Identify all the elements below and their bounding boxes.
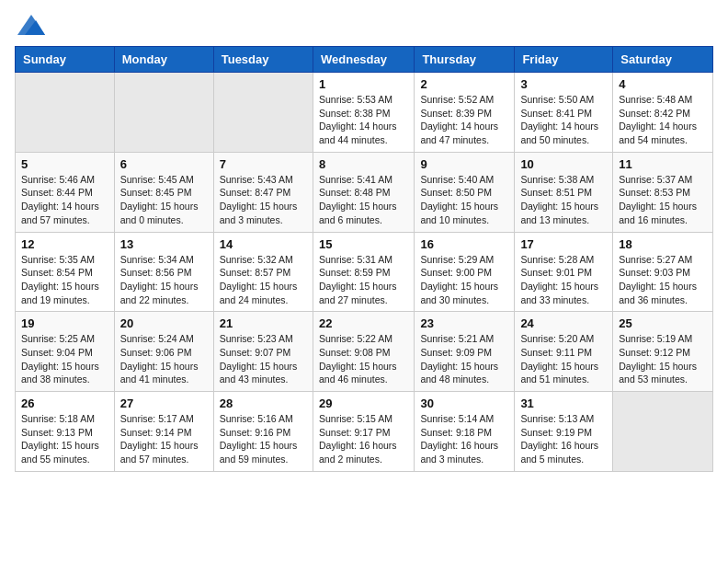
calendar-cell — [613, 392, 713, 472]
day-number: 11 — [619, 157, 707, 171]
day-number: 20 — [120, 316, 208, 330]
day-info: Sunrise: 5:24 AM Sunset: 9:06 PM Dayligh… — [120, 332, 208, 386]
day-number: 19 — [21, 316, 108, 330]
day-number: 31 — [520, 396, 607, 410]
calendar-cell: 7Sunrise: 5:43 AM Sunset: 8:47 PM Daylig… — [213, 152, 313, 232]
header — [15, 15, 713, 35]
day-number: 1 — [319, 77, 408, 91]
calendar-week-row: 19Sunrise: 5:25 AM Sunset: 9:04 PM Dayli… — [16, 312, 713, 392]
day-number: 10 — [520, 157, 607, 171]
day-number: 24 — [520, 316, 607, 330]
day-number: 28 — [220, 396, 307, 410]
calendar-cell: 3Sunrise: 5:50 AM Sunset: 8:41 PM Daylig… — [515, 73, 613, 153]
day-info: Sunrise: 5:40 AM Sunset: 8:50 PM Dayligh… — [420, 173, 508, 227]
calendar-cell: 28Sunrise: 5:16 AM Sunset: 9:16 PM Dayli… — [213, 392, 313, 472]
day-info: Sunrise: 5:43 AM Sunset: 8:47 PM Dayligh… — [220, 173, 307, 227]
day-number: 2 — [420, 77, 508, 91]
calendar-cell — [213, 73, 313, 153]
calendar-cell: 2Sunrise: 5:52 AM Sunset: 8:39 PM Daylig… — [415, 73, 515, 153]
calendar-cell: 31Sunrise: 5:13 AM Sunset: 9:19 PM Dayli… — [515, 392, 613, 472]
calendar-header-friday: Friday — [515, 47, 613, 73]
calendar-week-row: 26Sunrise: 5:18 AM Sunset: 9:13 PM Dayli… — [16, 392, 713, 472]
day-number: 26 — [21, 396, 108, 410]
calendar-cell: 25Sunrise: 5:19 AM Sunset: 9:12 PM Dayli… — [613, 312, 713, 392]
day-number: 4 — [619, 77, 707, 91]
day-info: Sunrise: 5:50 AM Sunset: 8:41 PM Dayligh… — [520, 93, 607, 147]
day-number: 22 — [319, 316, 408, 330]
calendar-cell — [114, 73, 213, 153]
calendar-cell: 29Sunrise: 5:15 AM Sunset: 9:17 PM Dayli… — [313, 392, 414, 472]
day-number: 7 — [220, 157, 307, 171]
calendar-table: SundayMondayTuesdayWednesdayThursdayFrid… — [15, 46, 713, 472]
day-info: Sunrise: 5:20 AM Sunset: 9:11 PM Dayligh… — [520, 332, 607, 386]
calendar-cell: 13Sunrise: 5:34 AM Sunset: 8:56 PM Dayli… — [114, 232, 213, 312]
calendar-cell: 5Sunrise: 5:46 AM Sunset: 8:44 PM Daylig… — [16, 152, 115, 232]
calendar-cell — [16, 73, 115, 153]
day-info: Sunrise: 5:13 AM Sunset: 9:19 PM Dayligh… — [520, 412, 607, 466]
calendar-week-row: 1Sunrise: 5:53 AM Sunset: 8:38 PM Daylig… — [16, 73, 713, 153]
calendar-cell: 11Sunrise: 5:37 AM Sunset: 8:53 PM Dayli… — [613, 152, 713, 232]
calendar-header-thursday: Thursday — [415, 47, 515, 73]
calendar-cell: 23Sunrise: 5:21 AM Sunset: 9:09 PM Dayli… — [415, 312, 515, 392]
calendar-cell: 8Sunrise: 5:41 AM Sunset: 8:48 PM Daylig… — [313, 152, 414, 232]
calendar-header-monday: Monday — [114, 47, 213, 73]
calendar-cell: 22Sunrise: 5:22 AM Sunset: 9:08 PM Dayli… — [313, 312, 414, 392]
day-number: 23 — [420, 316, 508, 330]
day-number: 3 — [520, 77, 607, 91]
day-info: Sunrise: 5:18 AM Sunset: 9:13 PM Dayligh… — [21, 412, 108, 466]
calendar-cell: 24Sunrise: 5:20 AM Sunset: 9:11 PM Dayli… — [515, 312, 613, 392]
day-number: 29 — [319, 396, 408, 410]
day-number: 5 — [21, 157, 108, 171]
day-info: Sunrise: 5:32 AM Sunset: 8:57 PM Dayligh… — [220, 253, 307, 307]
logo-icon — [17, 15, 45, 35]
day-info: Sunrise: 5:34 AM Sunset: 8:56 PM Dayligh… — [120, 253, 208, 307]
calendar-cell: 16Sunrise: 5:29 AM Sunset: 9:00 PM Dayli… — [415, 232, 515, 312]
day-info: Sunrise: 5:27 AM Sunset: 9:03 PM Dayligh… — [619, 253, 707, 307]
calendar-header-tuesday: Tuesday — [213, 47, 313, 73]
day-number: 13 — [120, 237, 208, 251]
day-number: 12 — [21, 237, 108, 251]
day-info: Sunrise: 5:31 AM Sunset: 8:59 PM Dayligh… — [319, 253, 408, 307]
day-number: 16 — [420, 237, 508, 251]
calendar-week-row: 12Sunrise: 5:35 AM Sunset: 8:54 PM Dayli… — [16, 232, 713, 312]
logo — [15, 15, 45, 35]
day-number: 9 — [420, 157, 508, 171]
day-number: 14 — [220, 237, 307, 251]
day-number: 15 — [319, 237, 408, 251]
calendar-header-saturday: Saturday — [613, 47, 713, 73]
calendar-cell: 10Sunrise: 5:38 AM Sunset: 8:51 PM Dayli… — [515, 152, 613, 232]
calendar-cell: 17Sunrise: 5:28 AM Sunset: 9:01 PM Dayli… — [515, 232, 613, 312]
day-info: Sunrise: 5:15 AM Sunset: 9:17 PM Dayligh… — [319, 412, 408, 466]
calendar-cell: 30Sunrise: 5:14 AM Sunset: 9:18 PM Dayli… — [415, 392, 515, 472]
calendar-cell: 12Sunrise: 5:35 AM Sunset: 8:54 PM Dayli… — [16, 232, 115, 312]
calendar-header-row: SundayMondayTuesdayWednesdayThursdayFrid… — [16, 47, 713, 73]
day-number: 21 — [220, 316, 307, 330]
day-info: Sunrise: 5:25 AM Sunset: 9:04 PM Dayligh… — [21, 332, 108, 386]
day-info: Sunrise: 5:19 AM Sunset: 9:12 PM Dayligh… — [619, 332, 707, 386]
calendar-header-sunday: Sunday — [16, 47, 115, 73]
day-number: 17 — [520, 237, 607, 251]
day-info: Sunrise: 5:16 AM Sunset: 9:16 PM Dayligh… — [220, 412, 307, 466]
day-number: 8 — [319, 157, 408, 171]
calendar-cell: 19Sunrise: 5:25 AM Sunset: 9:04 PM Dayli… — [16, 312, 115, 392]
day-info: Sunrise: 5:28 AM Sunset: 9:01 PM Dayligh… — [520, 253, 607, 307]
calendar-header-wednesday: Wednesday — [313, 47, 414, 73]
calendar-cell: 26Sunrise: 5:18 AM Sunset: 9:13 PM Dayli… — [16, 392, 115, 472]
day-number: 18 — [619, 237, 707, 251]
calendar-cell: 14Sunrise: 5:32 AM Sunset: 8:57 PM Dayli… — [213, 232, 313, 312]
calendar-cell: 6Sunrise: 5:45 AM Sunset: 8:45 PM Daylig… — [114, 152, 213, 232]
day-number: 27 — [120, 396, 208, 410]
day-info: Sunrise: 5:53 AM Sunset: 8:38 PM Dayligh… — [319, 93, 408, 147]
day-number: 6 — [120, 157, 208, 171]
day-info: Sunrise: 5:35 AM Sunset: 8:54 PM Dayligh… — [21, 253, 108, 307]
calendar-cell: 21Sunrise: 5:23 AM Sunset: 9:07 PM Dayli… — [213, 312, 313, 392]
day-info: Sunrise: 5:17 AM Sunset: 9:14 PM Dayligh… — [120, 412, 208, 466]
calendar-cell: 18Sunrise: 5:27 AM Sunset: 9:03 PM Dayli… — [613, 232, 713, 312]
calendar-cell: 4Sunrise: 5:48 AM Sunset: 8:42 PM Daylig… — [613, 73, 713, 153]
day-info: Sunrise: 5:37 AM Sunset: 8:53 PM Dayligh… — [619, 173, 707, 227]
day-number: 25 — [619, 316, 707, 330]
calendar-cell: 15Sunrise: 5:31 AM Sunset: 8:59 PM Dayli… — [313, 232, 414, 312]
calendar-cell: 27Sunrise: 5:17 AM Sunset: 9:14 PM Dayli… — [114, 392, 213, 472]
day-info: Sunrise: 5:21 AM Sunset: 9:09 PM Dayligh… — [420, 332, 508, 386]
day-info: Sunrise: 5:29 AM Sunset: 9:00 PM Dayligh… — [420, 253, 508, 307]
